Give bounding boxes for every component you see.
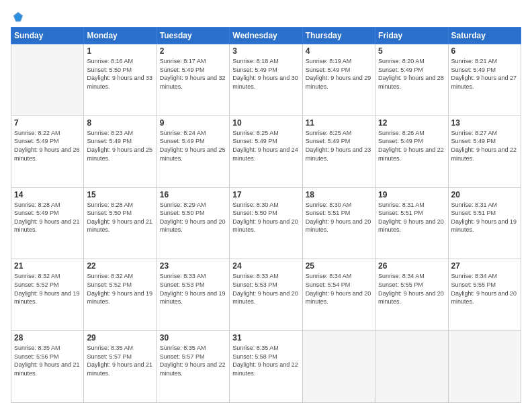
- day-number: 4: [306, 46, 372, 56]
- day-info: Sunrise: 8:32 AMSunset: 5:52 PMDaylight:…: [14, 272, 81, 306]
- day-number: 8: [87, 118, 153, 128]
- day-number: 3: [232, 46, 299, 56]
- weekday-header-cell: Sunday: [11, 28, 84, 44]
- weekday-header-cell: Friday: [375, 28, 448, 44]
- calendar-cell: 5Sunrise: 8:20 AMSunset: 5:49 PMDaylight…: [375, 44, 448, 116]
- day-info: Sunrise: 8:29 AMSunset: 5:50 PMDaylight:…: [160, 201, 226, 234]
- weekday-header-cell: Monday: [84, 28, 157, 44]
- day-number: 18: [306, 190, 372, 199]
- day-number: 2: [160, 46, 226, 56]
- day-info: Sunrise: 8:18 AMSunset: 5:49 PMDaylight:…: [232, 57, 299, 91]
- day-info: Sunrise: 8:19 AMSunset: 5:49 PMDaylight:…: [306, 57, 372, 91]
- calendar-cell: 14Sunrise: 8:28 AMSunset: 5:49 PMDayligh…: [11, 187, 84, 259]
- calendar-cell: 4Sunrise: 8:19 AMSunset: 5:49 PMDaylight…: [302, 44, 375, 116]
- calendar-cell: 17Sunrise: 8:30 AMSunset: 5:50 PMDayligh…: [230, 187, 302, 259]
- day-number: 30: [160, 333, 226, 342]
- day-info: Sunrise: 8:21 AMSunset: 5:49 PMDaylight:…: [451, 57, 518, 91]
- calendar-cell: 18Sunrise: 8:30 AMSunset: 5:51 PMDayligh…: [302, 187, 375, 259]
- calendar-cell: 6Sunrise: 8:21 AMSunset: 5:49 PMDaylight…: [448, 44, 521, 116]
- day-number: 20: [451, 190, 518, 199]
- day-info: Sunrise: 8:35 AMSunset: 5:58 PMDaylight:…: [232, 344, 299, 377]
- calendar-cell: 27Sunrise: 8:34 AMSunset: 5:55 PMDayligh…: [448, 259, 521, 331]
- day-info: Sunrise: 8:24 AMSunset: 5:49 PMDaylight:…: [160, 129, 226, 163]
- calendar-cell: [11, 44, 84, 116]
- day-info: Sunrise: 8:34 AMSunset: 5:55 PMDaylight:…: [451, 272, 518, 306]
- day-info: Sunrise: 8:20 AMSunset: 5:49 PMDaylight:…: [378, 57, 445, 91]
- calendar-cell: 1Sunrise: 8:16 AMSunset: 5:50 PMDaylight…: [84, 44, 157, 116]
- calendar-cell: 23Sunrise: 8:33 AMSunset: 5:53 PMDayligh…: [157, 259, 229, 331]
- calendar-cell: [375, 331, 448, 403]
- day-info: Sunrise: 8:33 AMSunset: 5:53 PMDaylight:…: [232, 272, 299, 306]
- day-number: 19: [378, 190, 445, 199]
- calendar-cell: 2Sunrise: 8:17 AMSunset: 5:49 PMDaylight…: [157, 44, 229, 116]
- calendar-week-row: 1Sunrise: 8:16 AMSunset: 5:50 PMDaylight…: [11, 44, 521, 116]
- calendar-cell: 7Sunrise: 8:22 AMSunset: 5:49 PMDaylight…: [11, 116, 84, 187]
- weekday-header-cell: Saturday: [448, 28, 521, 44]
- calendar-cell: 22Sunrise: 8:32 AMSunset: 5:52 PMDayligh…: [84, 259, 157, 331]
- calendar-week-row: 21Sunrise: 8:32 AMSunset: 5:52 PMDayligh…: [11, 259, 521, 331]
- day-info: Sunrise: 8:32 AMSunset: 5:52 PMDaylight:…: [87, 272, 153, 306]
- day-info: Sunrise: 8:31 AMSunset: 5:51 PMDaylight:…: [451, 201, 518, 234]
- calendar-week-row: 14Sunrise: 8:28 AMSunset: 5:49 PMDayligh…: [11, 187, 521, 259]
- calendar-cell: 11Sunrise: 8:25 AMSunset: 5:49 PMDayligh…: [302, 116, 375, 187]
- calendar-cell: 24Sunrise: 8:33 AMSunset: 5:53 PMDayligh…: [230, 259, 302, 331]
- calendar-cell: 3Sunrise: 8:18 AMSunset: 5:49 PMDaylight…: [230, 44, 302, 116]
- calendar-cell: 16Sunrise: 8:29 AMSunset: 5:50 PMDayligh…: [157, 187, 229, 259]
- day-number: 27: [451, 261, 518, 271]
- logo: [11, 11, 24, 23]
- day-number: 15: [87, 190, 153, 199]
- calendar-cell: 20Sunrise: 8:31 AMSunset: 5:51 PMDayligh…: [448, 187, 521, 259]
- day-number: 6: [451, 46, 518, 56]
- calendar-cell: 15Sunrise: 8:28 AMSunset: 5:50 PMDayligh…: [84, 187, 157, 259]
- day-number: 17: [232, 190, 299, 199]
- day-number: 5: [378, 46, 445, 56]
- day-info: Sunrise: 8:27 AMSunset: 5:49 PMDaylight:…: [451, 129, 518, 163]
- day-number: 22: [87, 261, 153, 271]
- day-info: Sunrise: 8:34 AMSunset: 5:55 PMDaylight:…: [378, 272, 445, 306]
- calendar-cell: 30Sunrise: 8:35 AMSunset: 5:57 PMDayligh…: [157, 331, 229, 403]
- day-number: 1: [87, 46, 153, 56]
- day-number: 29: [87, 333, 153, 342]
- calendar-table: SundayMondayTuesdayWednesdayThursdayFrid…: [11, 27, 521, 403]
- day-info: Sunrise: 8:30 AMSunset: 5:51 PMDaylight:…: [306, 201, 372, 234]
- day-info: Sunrise: 8:28 AMSunset: 5:50 PMDaylight:…: [87, 201, 153, 234]
- logo-icon: [12, 11, 24, 23]
- day-info: Sunrise: 8:33 AMSunset: 5:53 PMDaylight:…: [160, 272, 226, 306]
- day-info: Sunrise: 8:23 AMSunset: 5:49 PMDaylight:…: [87, 129, 153, 163]
- day-number: 25: [306, 261, 372, 271]
- day-info: Sunrise: 8:30 AMSunset: 5:50 PMDaylight:…: [232, 201, 299, 234]
- weekday-header-cell: Tuesday: [157, 28, 229, 44]
- weekday-header-cell: Wednesday: [230, 28, 302, 44]
- day-info: Sunrise: 8:31 AMSunset: 5:51 PMDaylight:…: [378, 201, 445, 234]
- day-number: 23: [160, 261, 226, 271]
- day-number: 24: [232, 261, 299, 271]
- calendar-cell: 19Sunrise: 8:31 AMSunset: 5:51 PMDayligh…: [375, 187, 448, 259]
- calendar-cell: 13Sunrise: 8:27 AMSunset: 5:49 PMDayligh…: [448, 116, 521, 187]
- day-info: Sunrise: 8:35 AMSunset: 5:57 PMDaylight:…: [160, 344, 226, 377]
- page: SundayMondayTuesdayWednesdayThursdayFrid…: [0, 0, 532, 411]
- day-info: Sunrise: 8:25 AMSunset: 5:49 PMDaylight:…: [306, 129, 372, 163]
- weekday-header-row: SundayMondayTuesdayWednesdayThursdayFrid…: [11, 28, 521, 44]
- header: [11, 8, 521, 23]
- day-number: 12: [378, 118, 445, 128]
- day-number: 9: [160, 118, 226, 128]
- day-number: 31: [232, 333, 299, 342]
- day-info: Sunrise: 8:16 AMSunset: 5:50 PMDaylight:…: [87, 57, 153, 91]
- day-number: 11: [306, 118, 372, 128]
- day-info: Sunrise: 8:26 AMSunset: 5:49 PMDaylight:…: [378, 129, 445, 163]
- calendar-cell: [302, 331, 375, 403]
- calendar-cell: 9Sunrise: 8:24 AMSunset: 5:49 PMDaylight…: [157, 116, 229, 187]
- day-number: 13: [451, 118, 518, 128]
- day-number: 7: [14, 118, 81, 128]
- day-number: 14: [14, 190, 81, 199]
- calendar-cell: 29Sunrise: 8:35 AMSunset: 5:57 PMDayligh…: [84, 331, 157, 403]
- day-number: 26: [378, 261, 445, 271]
- calendar-cell: [448, 331, 521, 403]
- day-info: Sunrise: 8:35 AMSunset: 5:56 PMDaylight:…: [14, 344, 81, 377]
- calendar-week-row: 28Sunrise: 8:35 AMSunset: 5:56 PMDayligh…: [11, 331, 521, 403]
- calendar-cell: 8Sunrise: 8:23 AMSunset: 5:49 PMDaylight…: [84, 116, 157, 187]
- day-info: Sunrise: 8:35 AMSunset: 5:57 PMDaylight:…: [87, 344, 153, 377]
- day-info: Sunrise: 8:25 AMSunset: 5:49 PMDaylight:…: [232, 129, 299, 163]
- calendar-body: 1Sunrise: 8:16 AMSunset: 5:50 PMDaylight…: [11, 44, 521, 403]
- calendar-cell: 26Sunrise: 8:34 AMSunset: 5:55 PMDayligh…: [375, 259, 448, 331]
